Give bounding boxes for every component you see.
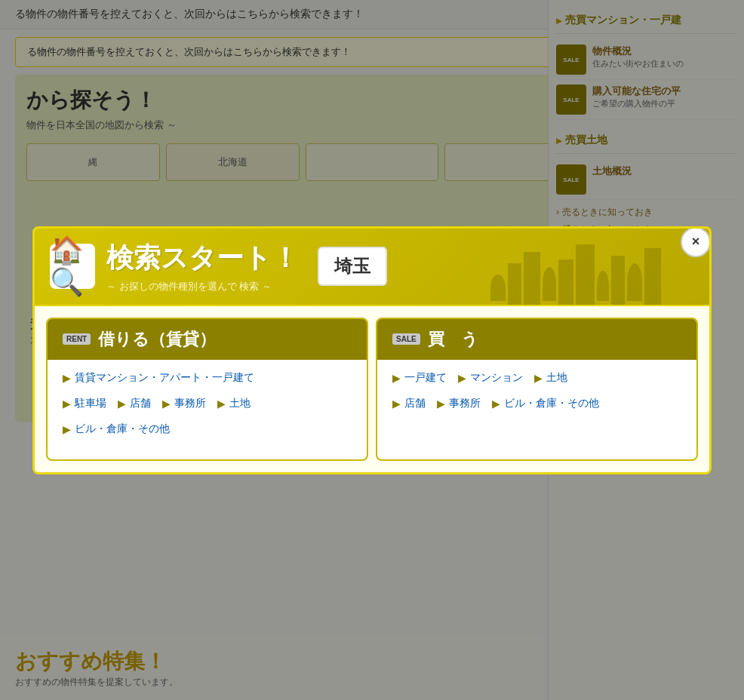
rent-links: ▶ 賃貸マンション・アパート・一戸建て ▶ 駐車場 ▶ 店舗 (48, 360, 367, 459)
rent-link-parking[interactable]: ▶ 駐車場 (63, 397, 106, 410)
buy-badge: SALE (392, 333, 420, 345)
modal-header-text: 検索スタート！ ～ お探しの物件種別を選んで 検索 ～ (106, 240, 299, 293)
rent-link-office[interactable]: ▶ 事務所 (162, 397, 206, 410)
buy-link-shop[interactable]: ▶ 店舗 (392, 397, 426, 410)
rent-link-row-3: ▶ ビル・倉庫・その他 (63, 422, 352, 442)
house-search-icon: 🏠🔍 (50, 235, 95, 298)
rent-link-text-1: 賃貸マンション・アパート・一戸建て (75, 371, 254, 385)
rent-link-land[interactable]: ▶ 土地 (217, 397, 251, 410)
modal-header-icon-wrapper: 🏠🔍 (50, 244, 95, 289)
rent-link-text-5: 土地 (229, 397, 251, 410)
buy-link-text-5: 事務所 (449, 397, 481, 410)
modal-title: 検索スタート！ (106, 240, 299, 277)
buy-header: SALE 買 う (377, 319, 696, 360)
rent-link-row-1: ▶ 賃貸マンション・アパート・一戸建て (63, 371, 352, 391)
buy-arrow-2: ▶ (458, 372, 466, 384)
rent-title: 借りる（賃貸） (98, 328, 216, 351)
rent-link-row-2: ▶ 駐車場 ▶ 店舗 ▶ 事務所 ▶ 土地 (63, 397, 352, 416)
rent-link-mansion[interactable]: ▶ 賃貸マンション・アパート・一戸建て (63, 371, 254, 385)
modal-header: 🏠🔍 検索スタート！ ～ お探しの物件種別を選んで 検索 ～ 埼玉 (35, 229, 709, 305)
buy-arrow-4: ▶ (392, 398, 401, 410)
buy-link-mansion[interactable]: ▶ マンション (458, 371, 523, 385)
rent-link-text-6: ビル・倉庫・その他 (75, 422, 170, 436)
search-modal: × 🏠🔍 検索スタート！ ～ お探しの物件種別を選んで 検索 ～ 埼玉 (32, 226, 712, 474)
modal-body: RENT 借りる（賃貸） ▶ 賃貸マンション・アパート・一戸建て ▶ 駐車場 (35, 305, 709, 472)
rent-header: RENT 借りる（賃貸） (48, 319, 367, 360)
rent-link-shop[interactable]: ▶ 店舗 (118, 397, 151, 410)
buy-link-text-4: 店舗 (404, 397, 426, 410)
buy-link-house[interactable]: ▶ 一戸建て (392, 371, 447, 385)
rent-arrow-4: ▶ (162, 398, 171, 410)
rent-arrow-6: ▶ (63, 423, 71, 435)
rent-link-building[interactable]: ▶ ビル・倉庫・その他 (63, 422, 170, 436)
rent-arrow-3: ▶ (118, 398, 126, 410)
buy-link-row-2: ▶ 店舗 ▶ 事務所 ▶ ビル・倉庫・その他 (392, 397, 681, 416)
rent-link-text-4: 事務所 (174, 397, 206, 410)
buy-link-land[interactable]: ▶ 土地 (534, 371, 567, 385)
modal-overlay: × 🏠🔍 検索スタート！ ～ お探しの物件種別を選んで 検索 ～ 埼玉 (0, 0, 744, 700)
close-icon: × (692, 234, 700, 250)
rent-section: RENT 借りる（賃貸） ▶ 賃貸マンション・アパート・一戸建て ▶ 駐車場 (46, 318, 368, 461)
rent-arrow-2: ▶ (63, 398, 71, 410)
rent-link-text-2: 駐車場 (75, 397, 106, 410)
rent-arrow-5: ▶ (217, 398, 226, 410)
buy-link-text-1: 一戸建て (404, 371, 447, 385)
buy-title: 買 う (428, 328, 478, 351)
buy-arrow-3: ▶ (534, 372, 543, 384)
buy-link-row-1: ▶ 一戸建て ▶ マンション ▶ 土地 (392, 371, 681, 391)
buy-link-text-2: マンション (470, 371, 523, 385)
buy-link-building[interactable]: ▶ ビル・倉庫・その他 (492, 397, 599, 410)
modal-close-button[interactable]: × (681, 227, 711, 257)
buy-link-text-3: 土地 (546, 371, 567, 385)
buy-arrow-1: ▶ (392, 372, 401, 384)
buy-arrow-6: ▶ (492, 398, 500, 410)
modal-subtitle: ～ お探しの物件種別を選んで 検索 ～ (106, 280, 299, 293)
buy-links: ▶ 一戸建て ▶ マンション ▶ 土地 (377, 360, 696, 434)
buy-arrow-5: ▶ (437, 398, 445, 410)
modal-location-badge: 埼玉 (318, 247, 387, 286)
rent-arrow-1: ▶ (63, 372, 71, 384)
buy-section: SALE 買 う ▶ 一戸建て ▶ マンション ▶ (376, 318, 698, 461)
header-decoration (483, 229, 709, 305)
rent-badge: RENT (63, 333, 91, 345)
buy-link-office[interactable]: ▶ 事務所 (437, 397, 481, 410)
rent-link-text-3: 店舗 (130, 397, 151, 410)
buy-link-text-6: ビル・倉庫・その他 (504, 397, 599, 410)
